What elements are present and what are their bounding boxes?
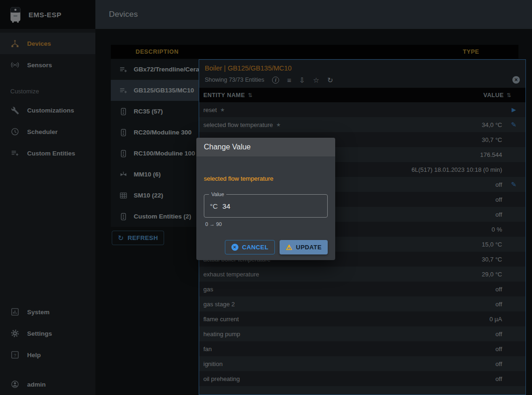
value-field: Value °C [204,194,328,218]
change-value-dialog: Change Value selected flow temperature V… [196,138,335,260]
warning-icon: ⚠ [286,244,292,251]
dialog-title: Change Value [204,143,251,151]
cancel-icon: × [231,244,238,251]
value-field-label: Value [209,191,226,197]
update-label: UPDATE [296,244,322,251]
entity-label: selected flow temperature [204,175,328,182]
cancel-button[interactable]: × CANCEL [225,240,275,254]
range-helper-text: 0 → 90 [204,221,328,227]
dialog-actions: × CANCEL ⚠ UPDATE [204,240,328,254]
update-button[interactable]: ⚠ UPDATE [280,240,328,254]
cancel-label: CANCEL [242,244,269,251]
unit-label: °C [210,202,218,210]
value-input[interactable] [223,202,322,210]
dialog-title-bar: Change Value [196,138,335,156]
dialog-body: selected flow temperature Value °C 0 → 9… [196,175,335,260]
